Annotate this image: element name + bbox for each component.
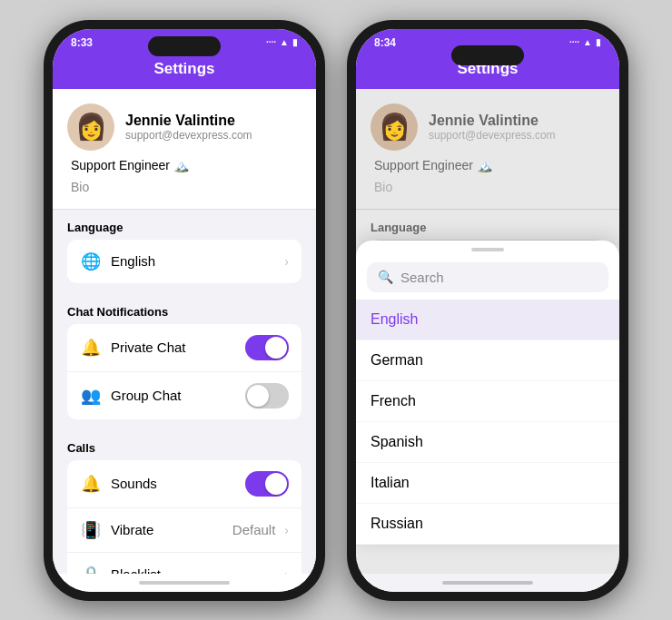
left-sounds-knob xyxy=(265,473,287,495)
left-user-bio: Bio xyxy=(67,180,301,194)
left-scroll-content[interactable]: 👩 Jennie Valintine support@devexpress.co… xyxy=(53,89,316,574)
right-language-title: Language xyxy=(371,221,605,234)
left-calls-group: 🔔 Sounds 📳 Vibrate Default › 🔒 xyxy=(67,460,301,574)
left-group-chat-label: Group Chat xyxy=(111,388,236,403)
right-wifi-icon: ▲ xyxy=(583,37,592,47)
search-icon: 🔍 xyxy=(378,270,393,284)
lang-item-french[interactable]: French xyxy=(356,381,619,422)
right-profile-info: Jennie Valintine support@devexpress.com xyxy=(429,113,556,142)
left-vibrate-chevron: › xyxy=(284,523,289,537)
left-blacklist-label: Blacklist xyxy=(111,566,275,574)
left-vibrate-row[interactable]: 📳 Vibrate Default › xyxy=(67,508,301,553)
private-chat-icon: 🔔 xyxy=(80,337,102,359)
right-user-role: Support Engineer 🏔️ xyxy=(371,158,605,172)
left-private-chat-label: Private Chat xyxy=(111,340,236,355)
right-avatar: 👩 xyxy=(371,103,418,151)
language-dropdown-sheet[interactable]: 🔍 Search English German French Spanish xyxy=(356,241,619,545)
lang-english-label: English xyxy=(371,311,418,327)
wifi-icon: ▲ xyxy=(280,37,289,47)
left-home-indicator xyxy=(53,574,316,592)
left-user-role: Support Engineer 🏔️ xyxy=(67,158,301,172)
lang-item-english[interactable]: English xyxy=(356,300,619,340)
lang-item-russian[interactable]: Russian xyxy=(356,504,619,545)
left-user-email: support@devexpress.com xyxy=(125,129,252,142)
lang-french-label: French xyxy=(371,393,416,408)
lang-item-italian[interactable]: Italian xyxy=(356,463,619,504)
blacklist-icon: 🔒 xyxy=(80,564,102,574)
left-language-chevron: › xyxy=(284,254,289,269)
left-profile-row: 👩 Jennie Valintine support@devexpress.co… xyxy=(67,103,301,151)
left-calls-section: Calls 🔔 Sounds 📳 Vibrate Default › xyxy=(53,430,316,574)
language-list: English German French Spanish Italian Ru… xyxy=(356,300,619,545)
lang-russian-label: Russian xyxy=(371,516,423,531)
lang-german-label: German xyxy=(371,352,423,368)
right-user-email: support@devexpress.com xyxy=(429,129,556,142)
left-language-section: Language 🌐 English › xyxy=(53,210,316,283)
left-header-title: Settings xyxy=(153,60,214,77)
left-language-group: 🌐 English › xyxy=(67,240,301,283)
left-phone-screen: 8:33 ···· ▲ ▮ Settings 👩 Jennie Valintin… xyxy=(53,29,316,592)
left-chat-notifications-section: Chat Notifications 🔔 Private Chat 👥 Grou… xyxy=(53,294,316,419)
left-vibrate-label: Vibrate xyxy=(111,522,223,537)
left-sounds-row[interactable]: 🔔 Sounds xyxy=(67,460,301,508)
right-home-indicator xyxy=(356,574,619,592)
left-group-chat-toggle[interactable] xyxy=(245,383,289,408)
lang-item-german[interactable]: German xyxy=(356,340,619,381)
sheet-handle xyxy=(471,248,504,251)
left-time: 8:33 xyxy=(71,36,93,49)
lang-spanish-label: Spanish xyxy=(371,434,423,449)
left-notch xyxy=(148,36,221,56)
left-home-bar xyxy=(139,581,230,585)
left-private-chat-knob xyxy=(265,337,287,359)
left-chat-notif-group: 🔔 Private Chat 👥 Group Chat xyxy=(67,324,301,419)
group-chat-icon: 👥 xyxy=(80,385,102,407)
signal-icon: ···· xyxy=(266,37,276,47)
left-phone: 8:33 ···· ▲ ▮ Settings 👩 Jennie Valintin… xyxy=(44,20,325,601)
language-search-bar[interactable]: 🔍 Search xyxy=(367,262,608,292)
left-vibrate-value: Default xyxy=(232,522,276,537)
vibrate-icon: 📳 xyxy=(80,519,102,541)
left-chat-notif-title: Chat Notifications xyxy=(67,305,301,319)
left-private-chat-row[interactable]: 🔔 Private Chat xyxy=(67,324,301,372)
right-status-icons: ···· ▲ ▮ xyxy=(569,37,601,47)
left-sounds-toggle[interactable] xyxy=(245,471,289,497)
right-battery-icon: ▮ xyxy=(596,37,601,47)
left-language-value: English xyxy=(111,253,275,269)
right-signal-icon: ···· xyxy=(569,37,579,47)
left-group-chat-knob xyxy=(247,385,269,407)
left-status-icons: ···· ▲ ▮ xyxy=(266,37,298,47)
left-status-bar: 8:33 ···· ▲ ▮ xyxy=(53,29,316,53)
left-language-row[interactable]: 🌐 English › xyxy=(67,240,301,283)
left-group-chat-row[interactable]: 👥 Group Chat xyxy=(67,372,301,419)
right-home-bar xyxy=(442,581,533,585)
globe-icon: 🌐 xyxy=(80,251,102,272)
search-placeholder[interactable]: Search xyxy=(400,270,444,285)
left-blacklist-chevron: › xyxy=(284,567,289,574)
left-private-chat-toggle[interactable] xyxy=(245,335,289,360)
right-user-name: Jennie Valintine xyxy=(429,113,556,129)
left-sounds-label: Sounds xyxy=(111,476,236,491)
battery-icon: ▮ xyxy=(292,37,298,47)
left-app-header: Settings xyxy=(53,53,316,89)
left-user-name: Jennie Valintine xyxy=(125,113,252,129)
right-profile-row: 👩 Jennie Valintine support@devexpress.co… xyxy=(371,103,605,151)
right-user-bio: Bio xyxy=(371,180,605,194)
left-blacklist-row[interactable]: 🔒 Blacklist › xyxy=(67,553,301,574)
right-phone: 8:34 ···· ▲ ▮ Settings 👩 Jennie Valintin… xyxy=(347,20,628,601)
lang-italian-label: Italian xyxy=(371,475,410,490)
left-avatar: 👩 xyxy=(67,103,114,151)
right-status-bar: 8:34 ···· ▲ ▮ xyxy=(356,29,619,53)
left-language-title: Language xyxy=(67,221,301,234)
right-time: 8:34 xyxy=(374,36,396,49)
right-phone-screen: 8:34 ···· ▲ ▮ Settings 👩 Jennie Valintin… xyxy=(356,29,619,592)
sounds-icon: 🔔 xyxy=(80,473,102,495)
left-calls-title: Calls xyxy=(67,441,301,455)
left-profile-info: Jennie Valintine support@devexpress.com xyxy=(125,113,252,142)
left-profile-section: 👩 Jennie Valintine support@devexpress.co… xyxy=(53,89,316,209)
right-profile-section: 👩 Jennie Valintine support@devexpress.co… xyxy=(356,89,619,209)
lang-item-spanish[interactable]: Spanish xyxy=(356,422,619,463)
right-notch xyxy=(451,45,524,65)
